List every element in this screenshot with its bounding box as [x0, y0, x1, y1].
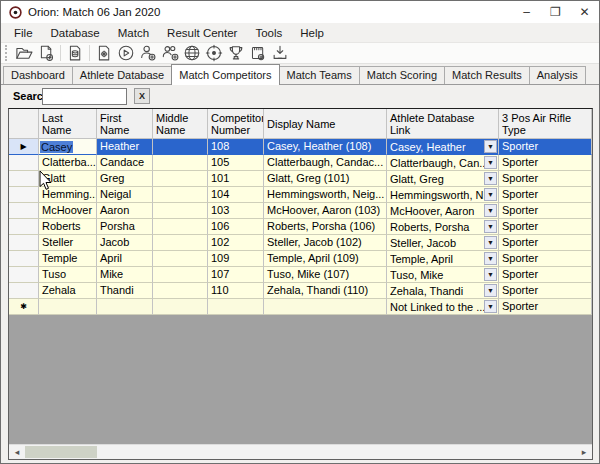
cell-rifle-type[interactable]: Sporter: [499, 251, 592, 267]
settings-file-icon[interactable]: [93, 43, 115, 63]
cell-display-name[interactable]: Tuso, Mike (107): [264, 267, 387, 283]
row-selector[interactable]: [9, 155, 39, 171]
open-folder-icon[interactable]: [13, 43, 35, 63]
cell-rifle-type[interactable]: Sporter: [499, 267, 592, 283]
cell-middle-name[interactable]: [153, 251, 208, 267]
dropdown-button[interactable]: ▼: [484, 140, 497, 153]
cell-athlete-database-link[interactable]: Roberts, Porsha ▼: [387, 219, 499, 235]
tab-match-teams[interactable]: Match Teams: [279, 66, 360, 84]
cell-last-name[interactable]: Temple: [39, 251, 97, 267]
scrollbar-thumb[interactable]: [25, 446, 97, 458]
row-selector[interactable]: ✱: [9, 299, 39, 315]
close-button[interactable]: ✕: [570, 1, 599, 23]
tab-match-scoring[interactable]: Match Scoring: [359, 66, 445, 84]
database-file-icon[interactable]: [64, 43, 86, 63]
menu-item-database[interactable]: Database: [42, 25, 109, 41]
cell-middle-name[interactable]: [153, 203, 208, 219]
cell-display-name[interactable]: [264, 299, 387, 315]
cell-first-name[interactable]: Greg: [97, 171, 153, 187]
cell-middle-name[interactable]: [153, 235, 208, 251]
cell-middle-name[interactable]: [153, 171, 208, 187]
cell-competitor-number[interactable]: 103: [208, 203, 264, 219]
toolbar-grip[interactable]: [5, 45, 10, 61]
cell-competitor-number[interactable]: 105: [208, 155, 264, 171]
cell-athlete-database-link[interactable]: Steller, Jacob ▼: [387, 235, 499, 251]
cell-middle-name[interactable]: [153, 139, 208, 155]
menu-item-help[interactable]: Help: [291, 25, 333, 41]
cell-competitor-number[interactable]: 110: [208, 283, 264, 299]
cell-display-name[interactable]: Roberts, Porsha (106): [264, 219, 387, 235]
row-selector[interactable]: [9, 251, 39, 267]
cell-athlete-database-link[interactable]: McHoover, Aaron ▼: [387, 203, 499, 219]
dropdown-button[interactable]: ▼: [484, 156, 497, 169]
row-selector[interactable]: [9, 235, 39, 251]
trophy-icon[interactable]: [225, 43, 247, 63]
cell-athlete-database-link[interactable]: Glatt, Greg ▼: [387, 171, 499, 187]
header-row-selector[interactable]: [9, 109, 39, 139]
header-last-name[interactable]: Last Name: [39, 109, 97, 139]
play-match-icon[interactable]: [115, 43, 137, 63]
cell-competitor-number[interactable]: 107: [208, 267, 264, 283]
cell-first-name[interactable]: [97, 299, 153, 315]
dropdown-button[interactable]: ▼: [484, 220, 497, 233]
dropdown-button[interactable]: ▼: [484, 268, 497, 281]
header-middle-name[interactable]: Middle Name: [153, 109, 208, 139]
cell-athlete-database-link[interactable]: Not Linked to the ... ▼: [387, 299, 499, 315]
cell-first-name[interactable]: Thandi: [97, 283, 153, 299]
cell-display-name[interactable]: McHoover, Aaron (103): [264, 203, 387, 219]
cell-rifle-type[interactable]: Sporter: [499, 219, 592, 235]
menu-item-tools[interactable]: Tools: [246, 25, 291, 41]
scroll-right-button[interactable]: ▸: [576, 445, 592, 459]
cell-rifle-type[interactable]: Sporter: [499, 187, 592, 203]
cell-last-name[interactable]: McHoover: [39, 203, 97, 219]
target-icon[interactable]: [203, 43, 225, 63]
header-athlete-database-link[interactable]: Athlete Database Link: [387, 109, 499, 139]
row-selector[interactable]: [9, 267, 39, 283]
dropdown-button[interactable]: ▼: [484, 284, 497, 297]
clear-search-button[interactable]: X: [134, 88, 150, 104]
dropdown-button[interactable]: ▼: [484, 204, 497, 217]
cell-first-name[interactable]: Candace: [97, 155, 153, 171]
cell-display-name[interactable]: Temple, April (109): [264, 251, 387, 267]
cell-last-name[interactable]: Glatt: [39, 171, 97, 187]
cell-last-name[interactable]: Roberts: [39, 219, 97, 235]
cell-first-name[interactable]: Heather: [97, 139, 153, 155]
tab-analysis[interactable]: Analysis: [529, 66, 586, 84]
cell-last-name[interactable]: Tuso: [39, 267, 97, 283]
add-team-icon[interactable]: [159, 43, 181, 63]
cell-competitor-number[interactable]: 109: [208, 251, 264, 267]
cell-display-name[interactable]: Steller, Jacob (102): [264, 235, 387, 251]
search-input[interactable]: [42, 88, 127, 105]
dropdown-button[interactable]: ▼: [484, 236, 497, 249]
dropdown-button[interactable]: ▼: [484, 172, 497, 185]
cell-first-name[interactable]: Aaron: [97, 203, 153, 219]
maximize-button[interactable]: ❐: [541, 1, 570, 23]
dropdown-button[interactable]: ▼: [484, 300, 497, 313]
tab-match-results[interactable]: Match Results: [444, 66, 530, 84]
cell-display-name[interactable]: Glatt, Greg (101): [264, 171, 387, 187]
cell-middle-name[interactable]: [153, 283, 208, 299]
cell-athlete-database-link[interactable]: Hemmingsworth, N... ▼: [387, 187, 499, 203]
scroll-left-button[interactable]: ◂: [9, 445, 25, 459]
row-selector[interactable]: [9, 219, 39, 235]
cell-first-name[interactable]: April: [97, 251, 153, 267]
cell-middle-name[interactable]: [153, 267, 208, 283]
menu-item-result-center[interactable]: Result Center: [158, 25, 246, 41]
cell-first-name[interactable]: Porsha: [97, 219, 153, 235]
cell-rifle-type[interactable]: Sporter: [499, 139, 592, 155]
cell-rifle-type[interactable]: Sporter: [499, 283, 592, 299]
cell-competitor-number[interactable]: [208, 299, 264, 315]
download-scores-icon[interactable]: [269, 43, 291, 63]
tab-match-competitors[interactable]: Match Competitors: [171, 64, 279, 85]
cell-athlete-database-link[interactable]: Casey, Heather ▼: [387, 139, 499, 155]
cell-rifle-type[interactable]: Sporter: [499, 203, 592, 219]
cell-first-name[interactable]: Mike: [97, 267, 153, 283]
cell-athlete-database-link[interactable]: Tuso, Mike ▼: [387, 267, 499, 283]
row-selector[interactable]: [9, 171, 39, 187]
row-selector[interactable]: [9, 283, 39, 299]
cell-competitor-number[interactable]: 106: [208, 219, 264, 235]
cell-display-name[interactable]: Clatterbaugh, Candac...: [264, 155, 387, 171]
row-selector[interactable]: ▶: [9, 139, 39, 155]
cell-athlete-database-link[interactable]: Zehala, Thandi ▼: [387, 283, 499, 299]
scrollbar-track[interactable]: [25, 445, 576, 459]
